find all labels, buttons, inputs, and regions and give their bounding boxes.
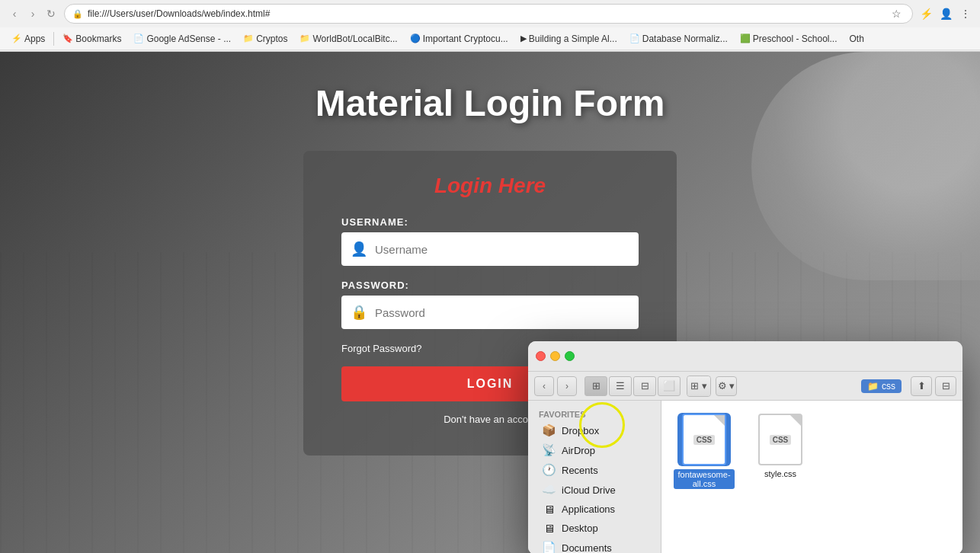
file-style-ext: CSS <box>770 435 792 445</box>
lock-icon: 🔒 <box>72 9 83 19</box>
finder-forward-button[interactable]: › <box>557 376 577 396</box>
star-icon: ☆ <box>888 5 905 22</box>
share-button[interactable]: ⬆ <box>911 376 932 396</box>
finder-sidebar: Favorites 📦 Dropbox 📡 AirDrop 🕐 Recents … <box>528 401 661 553</box>
finder-window: ‹ › ⊞ ☰ ⊟ ⬜ ⊞ ▾ ⚙ ▾ 📁 css ⬆ ⊟ <box>528 341 962 553</box>
lock-icon: 🔒 <box>351 304 367 321</box>
folder-icon: 📁 <box>867 381 879 392</box>
bookmark-crypto-label: Important Cryptocu... <box>423 34 508 44</box>
username-input-wrapper: 👤 <box>341 232 639 266</box>
maximize-button[interactable] <box>565 351 575 361</box>
file-style-icon-wrapper: CSS <box>754 413 807 466</box>
sidebar-item-recents-label: Recents <box>562 465 598 476</box>
bookmark-worldbot-label: WorldBot/LocalBitc... <box>312 34 397 44</box>
applications-icon: 🖥 <box>542 503 556 516</box>
extensions-button[interactable]: ⚡ <box>918 5 934 22</box>
toolbar-icons: ⚡ 👤 ⋮ <box>918 5 974 22</box>
username-input[interactable] <box>375 243 629 256</box>
finder-body: Favorites 📦 Dropbox 📡 AirDrop 🕐 Recents … <box>528 401 962 553</box>
dropdown-group: ⊞ ▾ <box>687 376 711 397</box>
list-view-button[interactable]: ☰ <box>609 376 632 396</box>
address-bar[interactable]: 🔒 file:///Users/user/Downloads/web/index… <box>64 4 913 24</box>
file-style-name: style.css <box>764 469 796 478</box>
gallery-view-button[interactable]: ⬜ <box>658 376 681 396</box>
bookmark-apps[interactable]: ⚡ Apps <box>6 32 50 46</box>
profile-button[interactable]: 👤 <box>937 5 954 22</box>
action-dropdown[interactable]: ⚙ ▾ <box>716 376 737 396</box>
bookmark-database-label: Database Normaliz... <box>642 34 728 44</box>
sidebar-item-airdrop[interactable]: 📡 AirDrop <box>531 440 658 460</box>
sidebar-item-icloud[interactable]: ☁️ iCloud Drive <box>531 480 658 500</box>
webpage-background: Material Login Form Login Here USERNAME:… <box>0 52 980 553</box>
sidebar-item-airdrop-label: AirDrop <box>562 445 595 456</box>
apps-icon: ⚡ <box>11 34 22 43</box>
bookmarks-bar: ⚡ Apps 🔖 Bookmarks 📄 Google AdSense - ..… <box>0 27 980 50</box>
password-label: PASSWORD: <box>341 280 639 291</box>
path-badge: 📁 css <box>861 379 902 393</box>
worldbot-icon: 📁 <box>299 34 310 43</box>
edit-button[interactable]: ⊟ <box>935 376 956 396</box>
sidebar-item-documents-label: Documents <box>562 542 612 554</box>
sidebar-item-applications[interactable]: 🖥 Applications <box>531 500 658 519</box>
bookmark-worldbot[interactable]: 📁 WorldBot/LocalBitc... <box>294 32 402 46</box>
column-view-button[interactable]: ⊟ <box>633 376 656 396</box>
bookmark-divider-1 <box>53 32 54 46</box>
bookmark-crypto[interactable]: 🔵 Important Cryptocu... <box>405 32 514 46</box>
bookmark-bookmarks[interactable]: 🔖 Bookmarks <box>57 32 127 46</box>
finder-back-button[interactable]: ‹ <box>534 376 554 396</box>
bookmark-cryptos[interactable]: 📁 Cryptos <box>238 32 293 46</box>
icon-view-button[interactable]: ⊞ <box>584 376 607 396</box>
finder-titlebar <box>528 341 962 372</box>
bookmarks-icon: 🔖 <box>62 34 73 43</box>
bookmark-adsense[interactable]: 📄 Google AdSense - ... <box>128 32 236 46</box>
sidebar-item-icloud-label: iCloud Drive <box>562 484 616 496</box>
crypto-icon: 🔵 <box>410 34 421 43</box>
file-style-icon: CSS <box>758 414 802 465</box>
bookmark-adsense-label: Google AdSense - ... <box>146 34 231 44</box>
password-input[interactable] <box>375 306 629 319</box>
sidebar-item-dropbox[interactable]: 📦 Dropbox <box>531 420 658 440</box>
bookmark-building[interactable]: ▶ Building a Simple Al... <box>515 32 623 46</box>
finder-files-area: CSS fontawesome-all.css CSS style.css <box>661 401 962 553</box>
bookmark-database[interactable]: 📄 Database Normaliz... <box>624 32 733 46</box>
finder-view-buttons: ⊞ ☰ ⊟ ⬜ <box>584 376 681 396</box>
username-label: USERNAME: <box>341 216 639 228</box>
password-input-wrapper: 🔒 <box>341 296 639 329</box>
bookmark-more[interactable]: Oth <box>844 32 870 46</box>
cryptos-icon: 📁 <box>243 34 254 43</box>
sidebar-item-desktop[interactable]: 🖥 Desktop <box>531 519 658 538</box>
sidebar-item-documents[interactable]: 📄 Documents <box>531 538 658 553</box>
bookmark-apps-label: Apps <box>24 34 45 44</box>
file-fontawesome-icon: CSS <box>682 414 726 465</box>
file-fontawesome-icon-wrapper: CSS <box>677 413 731 466</box>
file-style[interactable]: CSS style.css <box>750 413 811 478</box>
forward-button[interactable]: › <box>24 5 41 22</box>
back-button[interactable]: ‹ <box>6 5 23 22</box>
url-text: file:///Users/user/Downloads/web/index.h… <box>88 8 883 19</box>
file-fontawesome-ext: CSS <box>693 435 716 445</box>
documents-icon: 📄 <box>542 541 556 553</box>
sort-dropdown[interactable]: ⊞ ▾ <box>687 376 710 396</box>
login-heading: Login Here <box>341 174 639 198</box>
dropbox-icon: 📦 <box>542 424 556 437</box>
bookmark-preschool[interactable]: 🟩 Preschool - School... <box>735 32 843 46</box>
preschool-icon: 🟩 <box>740 34 751 43</box>
nav-buttons: ‹ › ↻ <box>6 5 59 22</box>
bg-mug-decoration <box>751 52 980 280</box>
bookmark-building-label: Building a Simple Al... <box>529 34 617 44</box>
password-group: PASSWORD: 🔒 <box>341 280 639 329</box>
minimize-button[interactable] <box>550 351 560 361</box>
page-title: Material Login Form <box>315 82 665 124</box>
username-group: USERNAME: 👤 <box>341 216 639 266</box>
close-button[interactable] <box>536 351 546 361</box>
menu-button[interactable]: ⋮ <box>957 5 974 22</box>
adsense-icon: 📄 <box>133 34 144 43</box>
sidebar-item-recents[interactable]: 🕐 Recents <box>531 460 658 480</box>
sidebar-item-dropbox-label: Dropbox <box>562 425 599 436</box>
desktop-icon: 🖥 <box>542 522 556 535</box>
file-fontawesome[interactable]: CSS fontawesome-all.css <box>674 413 735 489</box>
airdrop-icon: 📡 <box>542 443 556 457</box>
sidebar-section-favorites: Favorites <box>528 407 661 420</box>
refresh-button[interactable]: ↻ <box>43 5 59 22</box>
more-label: Oth <box>850 34 864 44</box>
